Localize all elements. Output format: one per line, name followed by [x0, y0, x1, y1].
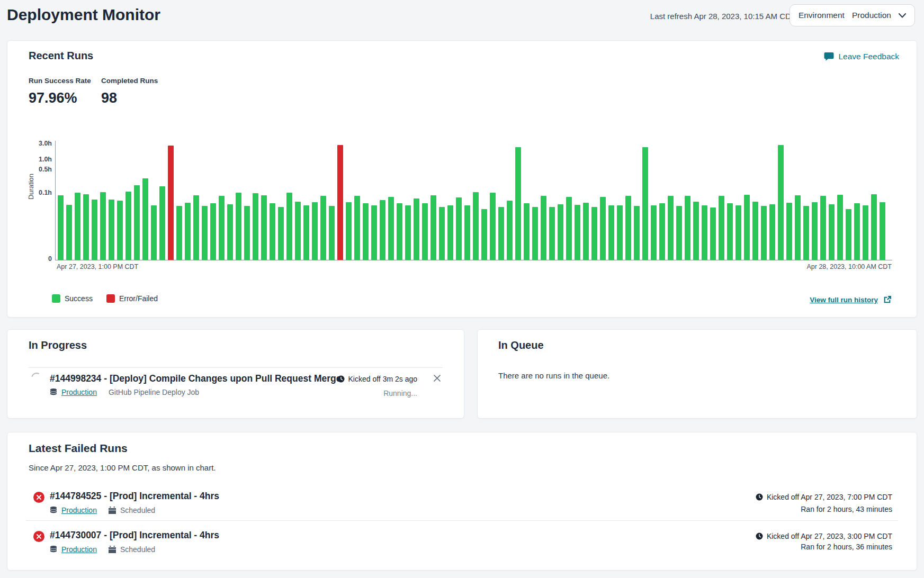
run-bar-success[interactable] — [642, 147, 648, 260]
run-bar-success[interactable] — [880, 202, 885, 260]
run-bar-success[interactable] — [710, 207, 716, 260]
close-icon[interactable] — [433, 374, 441, 382]
run-bar-success[interactable] — [549, 207, 555, 260]
run-bar-success[interactable] — [253, 193, 258, 260]
run-bar-success[interactable] — [659, 203, 665, 260]
run-bar-success[interactable] — [210, 203, 216, 260]
run-bar-success[interactable] — [405, 205, 411, 260]
run-bar-success[interactable] — [295, 202, 301, 260]
run-bar-success[interactable] — [354, 196, 360, 260]
run-bar-success[interactable] — [583, 203, 589, 260]
run-bar-success[interactable] — [744, 195, 750, 260]
run-bar-success[interactable] — [786, 203, 792, 260]
run-bar-success[interactable] — [854, 203, 860, 260]
run-bar-success[interactable] — [668, 196, 674, 260]
run-bar-success[interactable] — [388, 197, 394, 260]
run-bar-success[interactable] — [541, 196, 546, 260]
run-bar-success[interactable] — [219, 196, 225, 260]
run-bar-success[interactable] — [820, 196, 826, 260]
run-bar-success[interactable] — [151, 205, 157, 260]
run-bar-success[interactable] — [142, 178, 148, 260]
run-bar-success[interactable] — [422, 203, 428, 260]
run-bar-success[interactable] — [346, 202, 352, 260]
run-bar-success[interactable] — [66, 205, 72, 260]
run-bar-success[interactable] — [532, 207, 538, 260]
run-bar-success[interactable] — [591, 207, 597, 260]
run-bar-success[interactable] — [727, 203, 733, 260]
run-bar-success[interactable] — [414, 198, 419, 260]
run-bar-success[interactable] — [58, 195, 64, 260]
run-bar-success[interactable] — [812, 202, 818, 260]
run-bar-success[interactable] — [481, 209, 487, 260]
run-bar-success[interactable] — [244, 206, 250, 260]
run-bar-success[interactable] — [837, 195, 843, 260]
run-bar-success[interactable] — [83, 194, 89, 260]
run-bar-success[interactable] — [524, 203, 530, 260]
run-bar-success[interactable] — [507, 201, 513, 260]
run-bar-success[interactable] — [134, 185, 140, 260]
run-bar-success[interactable] — [100, 192, 106, 260]
run-bar-success[interactable] — [261, 195, 267, 260]
run-bar-success[interactable] — [303, 205, 309, 260]
run-bar-success[interactable] — [176, 206, 182, 260]
run-bar-success[interactable] — [558, 204, 563, 260]
run-bar-success[interactable] — [270, 203, 275, 260]
run-bar-success[interactable] — [685, 196, 690, 260]
run-bar-success[interactable] — [693, 202, 699, 260]
run-bar-success[interactable] — [735, 205, 741, 260]
environment-link[interactable]: Production — [61, 545, 97, 554]
run-bar-success[interactable] — [676, 206, 682, 260]
run-bar-success[interactable] — [202, 206, 208, 260]
run-bar-success[interactable] — [227, 204, 233, 260]
run-bar-success[interactable] — [515, 147, 521, 260]
run-bar-success[interactable] — [719, 196, 724, 260]
run-bar-success[interactable] — [617, 205, 623, 260]
run-bar-success[interactable] — [490, 193, 496, 260]
run-bar-success[interactable] — [439, 207, 445, 260]
run-bar-success[interactable] — [625, 196, 631, 260]
run-bar-success[interactable] — [286, 193, 292, 260]
run-bar-success[interactable] — [846, 209, 851, 260]
run-bar-success[interactable] — [464, 205, 470, 260]
run-bar-success[interactable] — [778, 145, 784, 260]
view-full-run-history-link[interactable]: View full run history — [810, 295, 892, 304]
run-bar-success[interactable] — [159, 186, 165, 260]
run-bar-failed[interactable] — [168, 146, 174, 260]
run-bar-failed[interactable] — [337, 145, 343, 260]
run-bar-success[interactable] — [566, 197, 572, 260]
run-bar-success[interactable] — [329, 206, 335, 260]
run-bar-success[interactable] — [447, 205, 453, 260]
run-bar-success[interactable] — [761, 206, 767, 260]
run-bar-success[interactable] — [371, 205, 377, 260]
run-bar-success[interactable] — [651, 205, 657, 260]
run-bar-success[interactable] — [312, 202, 318, 260]
run-bar-success[interactable] — [430, 195, 436, 260]
run-bar-success[interactable] — [109, 200, 114, 260]
run-bar-success[interactable] — [363, 203, 369, 260]
run-bar-success[interactable] — [634, 206, 640, 260]
run-bar-success[interactable] — [498, 207, 504, 260]
run-bar-success[interactable] — [278, 207, 284, 260]
run-bar-success[interactable] — [397, 203, 402, 260]
run-bar-success[interactable] — [193, 195, 199, 260]
run-bar-success[interactable] — [575, 205, 580, 260]
environment-link[interactable]: Production — [61, 388, 97, 396]
run-bar-success[interactable] — [600, 197, 606, 260]
run-bar-success[interactable] — [871, 194, 877, 260]
run-bar-success[interactable] — [769, 204, 775, 260]
run-bar-success[interactable] — [829, 204, 835, 260]
run-bar-success[interactable] — [803, 206, 809, 260]
run-bar-success[interactable] — [125, 192, 131, 260]
run-bar-success[interactable] — [456, 197, 462, 260]
run-bar-success[interactable] — [117, 201, 123, 260]
run-bar-success[interactable] — [863, 205, 868, 260]
run-bar-success[interactable] — [473, 192, 479, 260]
environment-select[interactable]: Environment Production — [790, 4, 915, 26]
run-bar-success[interactable] — [380, 200, 385, 260]
run-bar-success[interactable] — [702, 205, 707, 260]
run-bar-success[interactable] — [320, 196, 326, 260]
run-bar-success[interactable] — [185, 203, 191, 260]
run-bar-success[interactable] — [608, 205, 614, 260]
run-bar-success[interactable] — [75, 193, 80, 260]
environment-link[interactable]: Production — [61, 506, 97, 514]
